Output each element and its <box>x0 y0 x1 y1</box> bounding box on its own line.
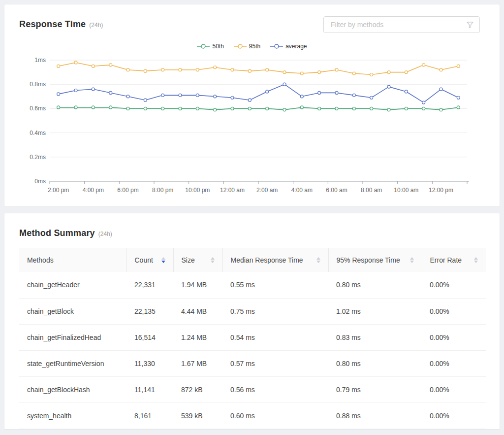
legend-item-average[interactable]: average <box>270 43 307 50</box>
column-label: Size <box>182 256 195 264</box>
column-header-methods: Methods <box>19 248 126 272</box>
value-cell: 539 kB <box>173 402 222 429</box>
method-name-cell: system_health <box>19 402 126 429</box>
table-row: state_getRuntimeVersion11,3301.67 MB0.57… <box>19 350 486 376</box>
legend-label: 50th <box>212 43 223 50</box>
legend-label: 95th <box>249 43 260 50</box>
column-label: 95% Response Time <box>337 256 400 264</box>
value-cell: 1.24 MB <box>173 324 222 350</box>
column-header-size[interactable]: Size <box>173 248 222 272</box>
value-cell: 1.94 MB <box>173 272 222 298</box>
value-cell: 1.67 MB <box>173 350 222 376</box>
value-cell: 4.44 MB <box>173 298 222 324</box>
svg-text:1ms: 1ms <box>34 57 46 64</box>
value-cell: 0.80 ms <box>328 272 422 298</box>
table-row: chain_getBlockHash11,141872 kB0.56 ms0.7… <box>19 376 486 402</box>
method-summary-table-wrap: MethodsCountSizeMedian Response Time95% … <box>4 238 500 429</box>
sort-down-caret-icon <box>161 261 165 263</box>
dashboard-page: Response Time (24h) 50th95thaverage 0ms0… <box>4 4 500 430</box>
method-name-cell: chain_getHeader <box>19 272 126 298</box>
column-header-median-response-time[interactable]: Median Response Time <box>222 248 328 272</box>
column-label: Error Rate <box>430 256 462 264</box>
svg-text:6:00 am: 6:00 am <box>326 187 347 194</box>
svg-text:0ms: 0ms <box>34 178 46 185</box>
table-row: chain_getBlock22,1354.44 MB0.75 ms1.02 m… <box>19 298 486 324</box>
value-cell: 22,331 <box>126 272 173 298</box>
filter-icon <box>467 22 473 28</box>
svg-text:8:00 pm: 8:00 pm <box>152 187 173 194</box>
value-cell: 0.88 ms <box>328 402 422 429</box>
svg-text:4:00 am: 4:00 am <box>291 187 313 194</box>
table-row: chain_getHeader22,3311.94 MB0.55 ms0.80 … <box>19 272 486 298</box>
value-cell: 11,330 <box>126 350 173 376</box>
svg-text:10:00 am: 10:00 am <box>394 187 418 194</box>
value-cell: 0.57 ms <box>222 350 328 376</box>
method-filter-input[interactable] <box>330 20 467 29</box>
value-cell: 0.83 ms <box>328 324 422 350</box>
sort-up-caret-icon <box>410 257 414 260</box>
svg-text:12:00 pm: 12:00 pm <box>429 187 453 194</box>
table-row: system_health8,161539 kB0.60 ms0.88 ms0.… <box>19 402 486 429</box>
legend-label: average <box>285 43 307 50</box>
sort-icon[interactable] <box>410 257 414 263</box>
method-summary-table: MethodsCountSizeMedian Response Time95% … <box>19 248 486 429</box>
value-cell: 11,141 <box>126 376 173 402</box>
value-cell: 0.00% <box>422 376 486 402</box>
value-cell: 0.75 ms <box>222 298 328 324</box>
method-summary-header: Method Summary (24h) <box>4 213 500 238</box>
legend-item-95th[interactable]: 95th <box>234 43 260 50</box>
value-cell: 0.54 ms <box>222 324 328 350</box>
svg-text:2:00 am: 2:00 am <box>256 187 278 194</box>
column-header-95-response-time[interactable]: 95% Response Time <box>328 248 422 272</box>
svg-text:0.8ms: 0.8ms <box>30 81 46 88</box>
svg-text:4:00 pm: 4:00 pm <box>83 187 104 194</box>
sort-icon[interactable] <box>316 257 320 263</box>
sort-icon[interactable] <box>474 257 478 263</box>
column-header-error-rate[interactable]: Error Rate <box>422 248 486 272</box>
column-label: Methods <box>27 256 54 264</box>
table-body: chain_getHeader22,3311.94 MB0.55 ms0.80 … <box>19 272 486 429</box>
legend-item-50th[interactable]: 50th <box>197 43 223 50</box>
legend-marker-icon <box>197 43 210 49</box>
value-cell: 16,514 <box>126 324 173 350</box>
sort-down-caret-icon <box>316 261 320 263</box>
svg-text:6:00 pm: 6:00 pm <box>117 187 138 194</box>
sort-icon[interactable] <box>211 257 215 263</box>
value-cell: 1.02 ms <box>328 298 422 324</box>
value-cell: 0.00% <box>422 272 486 298</box>
svg-text:10:00 pm: 10:00 pm <box>185 187 210 194</box>
value-cell: 0.60 ms <box>222 402 328 429</box>
sort-down-caret-icon <box>211 261 215 263</box>
method-summary-title-wrap: Method Summary (24h) <box>19 225 112 238</box>
value-cell: 8,161 <box>126 402 173 429</box>
method-name-cell: state_getRuntimeVersion <box>19 350 126 376</box>
svg-text:0.2ms: 0.2ms <box>30 154 46 161</box>
value-cell: 0.55 ms <box>222 272 328 298</box>
response-time-period: (24h) <box>89 22 103 29</box>
svg-text:0.6ms: 0.6ms <box>30 105 46 112</box>
method-name-cell: chain_getBlock <box>19 298 126 324</box>
sort-up-caret-icon <box>474 257 478 260</box>
method-name-cell: chain_getFinalizedHead <box>19 324 126 350</box>
sort-up-caret-icon <box>161 257 165 260</box>
sort-down-caret-icon <box>410 261 414 263</box>
column-label: Median Response Time <box>231 256 303 264</box>
value-cell: 22,135 <box>126 298 173 324</box>
response-time-chart[interactable]: 0ms0.2ms0.4ms0.6ms0.8ms1ms2:00 pm4:00 pm… <box>19 54 486 197</box>
value-cell: 0.00% <box>422 350 486 376</box>
chart-area: 0ms0.2ms0.4ms0.6ms0.8ms1ms2:00 pm4:00 pm… <box>4 50 500 206</box>
method-summary-period: (24h) <box>98 231 112 237</box>
svg-text:2:00 pm: 2:00 pm <box>48 187 69 194</box>
legend-marker-icon <box>234 43 247 49</box>
method-filter[interactable] <box>323 16 480 33</box>
sort-down-caret-icon <box>474 261 478 263</box>
sort-icon[interactable] <box>161 257 165 263</box>
response-time-title-wrap: Response Time (24h) <box>19 16 103 30</box>
method-summary-title: Method Summary <box>19 228 95 238</box>
value-cell: 872 kB <box>173 376 222 402</box>
chart-legend: 50th95thaverage <box>4 43 500 50</box>
table-row: chain_getFinalizedHead16,5141.24 MB0.54 … <box>19 324 486 350</box>
svg-text:0.4ms: 0.4ms <box>30 130 46 136</box>
column-header-count[interactable]: Count <box>126 248 173 272</box>
response-time-header: Response Time (24h) <box>4 4 500 33</box>
